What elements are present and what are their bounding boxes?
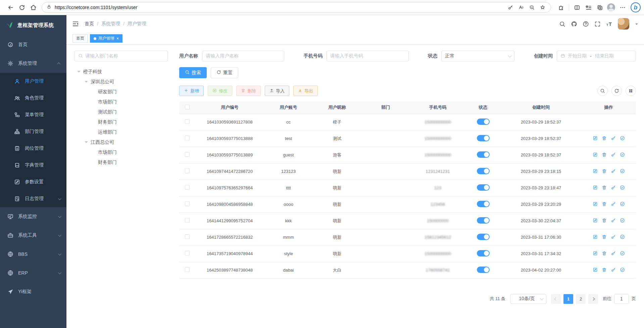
fullscreen-icon[interactable]	[594, 21, 601, 27]
row-checkbox[interactable]	[185, 169, 190, 173]
sidebar-item-sys-tools[interactable]: 系统工具	[0, 226, 66, 245]
tree-node-市场部门[interactable]: 市场部门	[75, 97, 168, 107]
status-toggle[interactable]	[477, 267, 490, 273]
breadcrumb-item[interactable]: 首页	[85, 21, 94, 27]
row-checkbox[interactable]	[185, 218, 190, 223]
add-button[interactable]: 新增	[179, 86, 204, 96]
assign-role-button[interactable]	[620, 201, 625, 207]
avatar-caret-icon[interactable]	[635, 24, 638, 26]
sidebar-item-param-setting[interactable]: 参数设置	[0, 174, 66, 190]
tree-node-运维部门[interactable]: 运维部门	[75, 127, 168, 137]
goto-page-input[interactable]: 1	[614, 294, 629, 304]
status-toggle[interactable]	[477, 201, 490, 207]
edit-button[interactable]	[593, 136, 598, 142]
sidebar-item-erp[interactable]: ERP	[0, 264, 66, 282]
reset-password-button[interactable]	[611, 267, 616, 273]
sidebar-item-bbs[interactable]: BBS	[0, 245, 66, 264]
phone-input[interactable]: 请输入手机号码	[327, 51, 409, 61]
reset-password-button[interactable]	[611, 201, 616, 207]
row-checkbox[interactable]	[185, 201, 190, 206]
browser-back-icon[interactable]	[5, 2, 16, 13]
sidebar-fold-icon[interactable]	[72, 20, 79, 28]
assign-role-button[interactable]	[620, 152, 625, 158]
assign-role-button[interactable]	[620, 136, 625, 142]
tree-node-市场部门[interactable]: 市场部门	[75, 147, 168, 157]
edit-button[interactable]	[593, 169, 598, 175]
sidebar-item-log-mgmt[interactable]: 日志管理	[0, 190, 66, 207]
extensions-icon[interactable]	[556, 2, 566, 13]
username-input[interactable]: 请输入用户名称	[202, 51, 284, 61]
edit-button[interactable]	[593, 218, 598, 224]
sidebar-item-home[interactable]: 首页	[0, 35, 66, 54]
github-icon[interactable]	[571, 21, 577, 27]
status-select[interactable]: 正常	[441, 51, 514, 61]
status-toggle[interactable]	[477, 184, 490, 191]
assign-role-button[interactable]	[620, 185, 625, 191]
user-avatar[interactable]	[618, 18, 629, 30]
assign-role-button[interactable]	[620, 267, 625, 273]
split-screen-icon[interactable]	[572, 2, 582, 13]
row-checkbox[interactable]	[185, 119, 190, 124]
status-toggle[interactable]	[477, 217, 490, 224]
delete-button[interactable]	[602, 234, 607, 240]
bing-copilot-icon[interactable]: b	[631, 2, 641, 12]
favorites-bar-icon[interactable]	[583, 2, 594, 13]
read-aloud-icon[interactable]	[516, 3, 526, 12]
export-button[interactable]: 导出	[293, 86, 318, 96]
assign-role-button[interactable]	[620, 251, 625, 257]
sidebar-item-user-mgmt[interactable]: 用户管理	[0, 73, 66, 90]
favorite-star-icon[interactable]	[538, 3, 547, 12]
select-all-checkbox[interactable]	[185, 105, 190, 109]
help-icon[interactable]	[583, 21, 589, 27]
app-logo[interactable]: 意框架管理系统	[0, 15, 66, 35]
next-page-button[interactable]	[588, 294, 598, 304]
edit-button[interactable]	[593, 201, 598, 207]
table-columns-button[interactable]	[626, 86, 636, 96]
tree-node-深圳总公司[interactable]: 深圳总公司	[75, 77, 168, 87]
sidebar-item-yi-framework[interactable]: Yi框架	[0, 282, 66, 301]
tree-node-江西总公司[interactable]: 江西总公司	[75, 137, 168, 147]
table-search-toggle-button[interactable]	[597, 86, 608, 96]
header-search-icon[interactable]	[559, 21, 565, 27]
import-button[interactable]: 导入	[265, 86, 289, 96]
edit-button[interactable]	[593, 251, 598, 257]
status-toggle[interactable]	[477, 119, 490, 125]
delete-button[interactable]	[602, 185, 607, 191]
tree-node-财务部门[interactable]: 财务部门	[75, 157, 168, 168]
zoom-out-icon[interactable]	[527, 3, 537, 12]
tree-node-财务部门[interactable]: 财务部门	[75, 117, 168, 127]
edit-button[interactable]	[593, 185, 598, 191]
status-toggle[interactable]	[477, 151, 490, 158]
reset-password-button[interactable]	[611, 234, 616, 240]
row-checkbox[interactable]	[185, 152, 190, 157]
password-key-icon[interactable]	[506, 3, 515, 12]
browser-more-icon[interactable]	[617, 2, 628, 13]
row-checkbox[interactable]	[185, 185, 190, 190]
reset-password-button[interactable]	[611, 251, 616, 257]
delete-button[interactable]	[602, 267, 607, 273]
address-bar[interactable]: https://ccnetcore.com:1101/system/user	[42, 2, 551, 13]
row-checkbox[interactable]	[185, 251, 190, 255]
prev-page-button[interactable]	[551, 294, 561, 304]
tree-node-研发部门[interactable]: 研发部门	[75, 87, 168, 97]
reset-password-button[interactable]	[611, 136, 616, 142]
font-size-icon[interactable]: TT	[606, 21, 612, 27]
status-toggle[interactable]	[477, 168, 490, 174]
sidebar-item-system-mgmt[interactable]: 系统管理	[0, 54, 66, 73]
tag-view-首页[interactable]: 首页	[72, 34, 88, 43]
reset-password-button[interactable]	[611, 169, 616, 175]
delete-button[interactable]	[602, 152, 607, 158]
edit-button[interactable]	[593, 234, 598, 240]
status-toggle[interactable]	[477, 234, 490, 240]
sidebar-item-sys-monitor[interactable]: 系统监控	[0, 207, 66, 226]
row-checkbox[interactable]	[185, 234, 190, 239]
table-refresh-button[interactable]	[611, 86, 622, 96]
browser-profile-avatar[interactable]	[606, 2, 616, 13]
sidebar-item-role-mgmt[interactable]: 角色管理	[0, 90, 66, 106]
tag-view-用户管理[interactable]: 用户管理×	[90, 34, 122, 43]
delete-button[interactable]	[602, 169, 607, 175]
page-size-select[interactable]: 10条/页	[510, 294, 546, 304]
assign-role-button[interactable]	[620, 218, 625, 224]
status-toggle[interactable]	[477, 135, 490, 141]
edit-button[interactable]: 修改	[208, 86, 232, 96]
